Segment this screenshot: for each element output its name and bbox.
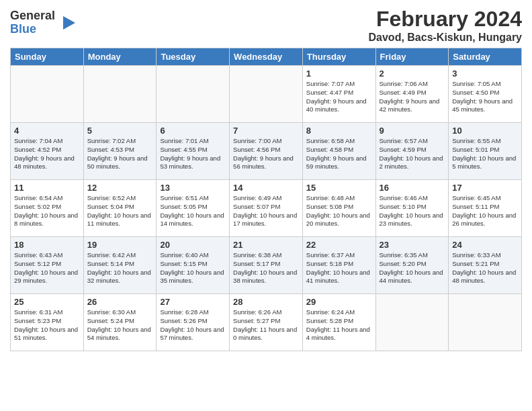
cell-day-number: 13 bbox=[160, 183, 226, 193]
table-cell bbox=[83, 66, 157, 123]
cell-day-number: 28 bbox=[233, 297, 299, 307]
location-title: Davod, Bacs-Kiskun, Hungary bbox=[369, 32, 523, 44]
cell-sun-info: Sunrise: 6:43 AM Sunset: 5:12 PM Dayligh… bbox=[14, 251, 80, 285]
logo: General Blue bbox=[10, 9, 77, 36]
cell-sun-info: Sunrise: 7:00 AM Sunset: 4:56 PM Dayligh… bbox=[233, 137, 299, 171]
table-cell: 6Sunrise: 7:01 AM Sunset: 4:55 PM Daylig… bbox=[157, 123, 230, 180]
calendar-row: 1Sunrise: 7:07 AM Sunset: 4:47 PM Daylig… bbox=[11, 66, 522, 123]
cell-day-number: 8 bbox=[306, 126, 372, 136]
table-cell: 5Sunrise: 7:02 AM Sunset: 4:53 PM Daylig… bbox=[83, 123, 157, 180]
cell-sun-info: Sunrise: 6:58 AM Sunset: 4:58 PM Dayligh… bbox=[306, 137, 372, 171]
calendar-row: 18Sunrise: 6:43 AM Sunset: 5:12 PM Dayli… bbox=[11, 237, 522, 294]
table-cell bbox=[157, 66, 230, 123]
cell-sun-info: Sunrise: 6:46 AM Sunset: 5:10 PM Dayligh… bbox=[380, 194, 445, 228]
month-title: February 2024 bbox=[369, 7, 523, 32]
cell-sun-info: Sunrise: 6:31 AM Sunset: 5:23 PM Dayligh… bbox=[14, 308, 80, 342]
col-saturday: Saturday bbox=[449, 48, 522, 66]
cell-day-number: 10 bbox=[452, 126, 518, 136]
table-cell: 21Sunrise: 6:38 AM Sunset: 5:17 PM Dayli… bbox=[230, 237, 303, 294]
cell-sun-info: Sunrise: 6:26 AM Sunset: 5:27 PM Dayligh… bbox=[233, 308, 299, 342]
cell-sun-info: Sunrise: 7:07 AM Sunset: 4:47 PM Dayligh… bbox=[306, 80, 372, 114]
cell-sun-info: Sunrise: 7:01 AM Sunset: 4:55 PM Dayligh… bbox=[160, 137, 226, 171]
table-cell: 17Sunrise: 6:45 AM Sunset: 5:11 PM Dayli… bbox=[449, 180, 522, 237]
cell-day-number: 15 bbox=[306, 183, 372, 193]
header-row: Sunday Monday Tuesday Wednesday Thursday… bbox=[11, 48, 522, 66]
table-cell bbox=[375, 294, 449, 351]
calendar-page: General Blue February 2024 Davod, Bacs-K… bbox=[0, 0, 532, 411]
cell-sun-info: Sunrise: 6:52 AM Sunset: 5:04 PM Dayligh… bbox=[87, 194, 153, 228]
cell-sun-info: Sunrise: 6:45 AM Sunset: 5:11 PM Dayligh… bbox=[452, 194, 518, 228]
cell-day-number: 9 bbox=[380, 126, 445, 136]
table-cell: 10Sunrise: 6:55 AM Sunset: 5:01 PM Dayli… bbox=[449, 123, 522, 180]
col-sunday: Sunday bbox=[11, 48, 84, 66]
cell-day-number: 11 bbox=[14, 183, 80, 193]
cell-sun-info: Sunrise: 7:05 AM Sunset: 4:50 PM Dayligh… bbox=[452, 80, 518, 114]
cell-day-number: 21 bbox=[233, 240, 299, 250]
cell-day-number: 17 bbox=[452, 183, 518, 193]
logo-blue: Blue bbox=[10, 23, 55, 36]
table-cell: 26Sunrise: 6:30 AM Sunset: 5:24 PM Dayli… bbox=[83, 294, 157, 351]
table-cell: 2Sunrise: 7:06 AM Sunset: 4:49 PM Daylig… bbox=[375, 66, 449, 123]
col-thursday: Thursday bbox=[302, 48, 375, 66]
cell-sun-info: Sunrise: 6:37 AM Sunset: 5:18 PM Dayligh… bbox=[306, 251, 372, 285]
table-cell: 13Sunrise: 6:51 AM Sunset: 5:05 PM Dayli… bbox=[157, 180, 230, 237]
table-cell: 12Sunrise: 6:52 AM Sunset: 5:04 PM Dayli… bbox=[83, 180, 157, 237]
calendar-row: 11Sunrise: 6:54 AM Sunset: 5:02 PM Dayli… bbox=[11, 180, 522, 237]
cell-sun-info: Sunrise: 6:30 AM Sunset: 5:24 PM Dayligh… bbox=[87, 308, 153, 342]
table-cell: 22Sunrise: 6:37 AM Sunset: 5:18 PM Dayli… bbox=[302, 237, 375, 294]
cell-day-number: 1 bbox=[306, 68, 372, 79]
cell-sun-info: Sunrise: 6:54 AM Sunset: 5:02 PM Dayligh… bbox=[14, 194, 80, 228]
table-cell: 15Sunrise: 6:48 AM Sunset: 5:08 PM Dayli… bbox=[302, 180, 375, 237]
table-cell: 1Sunrise: 7:07 AM Sunset: 4:47 PM Daylig… bbox=[302, 66, 375, 123]
calendar-row: 25Sunrise: 6:31 AM Sunset: 5:23 PM Dayli… bbox=[11, 294, 522, 351]
cell-day-number: 5 bbox=[87, 126, 153, 136]
cell-sun-info: Sunrise: 6:38 AM Sunset: 5:17 PM Dayligh… bbox=[233, 251, 299, 285]
col-friday: Friday bbox=[375, 48, 449, 66]
cell-sun-info: Sunrise: 6:55 AM Sunset: 5:01 PM Dayligh… bbox=[452, 137, 518, 171]
cell-sun-info: Sunrise: 6:48 AM Sunset: 5:08 PM Dayligh… bbox=[306, 194, 372, 228]
calendar-table: Sunday Monday Tuesday Wednesday Thursday… bbox=[10, 48, 522, 351]
cell-sun-info: Sunrise: 7:04 AM Sunset: 4:52 PM Dayligh… bbox=[14, 137, 80, 171]
col-tuesday: Tuesday bbox=[157, 48, 230, 66]
cell-sun-info: Sunrise: 6:49 AM Sunset: 5:07 PM Dayligh… bbox=[233, 194, 299, 228]
cell-day-number: 26 bbox=[87, 297, 153, 307]
table-cell bbox=[230, 66, 303, 123]
title-area: February 2024 Davod, Bacs-Kiskun, Hungar… bbox=[369, 7, 523, 44]
svg-marker-0 bbox=[63, 16, 75, 30]
cell-day-number: 3 bbox=[452, 68, 518, 79]
cell-day-number: 24 bbox=[452, 240, 518, 250]
cell-day-number: 18 bbox=[14, 240, 80, 250]
cell-sun-info: Sunrise: 6:51 AM Sunset: 5:05 PM Dayligh… bbox=[160, 194, 226, 228]
cell-day-number: 23 bbox=[380, 240, 445, 250]
table-cell: 18Sunrise: 6:43 AM Sunset: 5:12 PM Dayli… bbox=[11, 237, 84, 294]
cell-day-number: 29 bbox=[306, 297, 372, 307]
cell-day-number: 12 bbox=[87, 183, 153, 193]
logo-general: General bbox=[10, 9, 55, 23]
cell-sun-info: Sunrise: 7:06 AM Sunset: 4:49 PM Dayligh… bbox=[380, 80, 445, 114]
table-cell: 9Sunrise: 6:57 AM Sunset: 4:59 PM Daylig… bbox=[375, 123, 449, 180]
cell-day-number: 4 bbox=[14, 126, 80, 136]
table-cell: 19Sunrise: 6:42 AM Sunset: 5:14 PM Dayli… bbox=[83, 237, 157, 294]
table-cell: 14Sunrise: 6:49 AM Sunset: 5:07 PM Dayli… bbox=[230, 180, 303, 237]
cell-sun-info: Sunrise: 6:42 AM Sunset: 5:14 PM Dayligh… bbox=[87, 251, 153, 285]
cell-day-number: 19 bbox=[87, 240, 153, 250]
cell-day-number: 27 bbox=[160, 297, 226, 307]
table-cell: 3Sunrise: 7:05 AM Sunset: 4:50 PM Daylig… bbox=[449, 66, 522, 123]
col-monday: Monday bbox=[83, 48, 157, 66]
table-cell bbox=[449, 294, 522, 351]
table-cell: 27Sunrise: 6:28 AM Sunset: 5:26 PM Dayli… bbox=[157, 294, 230, 351]
table-cell bbox=[11, 66, 84, 123]
cell-day-number: 14 bbox=[233, 183, 299, 193]
table-cell: 28Sunrise: 6:26 AM Sunset: 5:27 PM Dayli… bbox=[230, 294, 303, 351]
logo-icon bbox=[56, 13, 77, 33]
table-cell: 11Sunrise: 6:54 AM Sunset: 5:02 PM Dayli… bbox=[11, 180, 84, 237]
table-cell: 23Sunrise: 6:35 AM Sunset: 5:20 PM Dayli… bbox=[375, 237, 449, 294]
cell-day-number: 6 bbox=[160, 126, 226, 136]
cell-sun-info: Sunrise: 6:35 AM Sunset: 5:20 PM Dayligh… bbox=[380, 251, 445, 285]
cell-sun-info: Sunrise: 7:02 AM Sunset: 4:53 PM Dayligh… bbox=[87, 137, 153, 171]
cell-sun-info: Sunrise: 6:57 AM Sunset: 4:59 PM Dayligh… bbox=[380, 137, 445, 171]
table-cell: 20Sunrise: 6:40 AM Sunset: 5:15 PM Dayli… bbox=[157, 237, 230, 294]
cell-day-number: 22 bbox=[306, 240, 372, 250]
cell-day-number: 25 bbox=[14, 297, 80, 307]
cell-day-number: 20 bbox=[160, 240, 226, 250]
